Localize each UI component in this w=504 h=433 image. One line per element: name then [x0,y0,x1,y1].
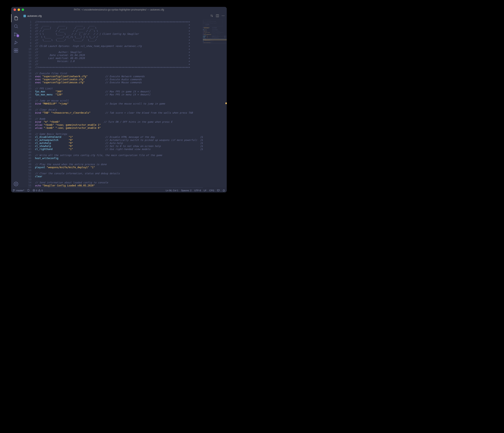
more-actions-icon[interactable] [221,14,225,18]
notifications-icon[interactable] [223,189,225,192]
minimap[interactable]: //++++++++++++++++++++++++++++++++++++++… [203,20,227,188]
svg-rect-8 [16,49,18,50]
svg-point-12 [222,15,223,16]
file-icon [23,15,26,18]
editor-body: 1234567891011121314151617181920212223242… [21,20,227,188]
eol-status[interactable]: LF [204,189,206,192]
error-icon [33,189,35,192]
activity-bar: 3 [11,13,21,188]
status-bar: master* 0 0 Ln 56, Col 1 Spaces: 2 UTF-8… [11,188,227,193]
minimap-slider[interactable] [203,39,227,39]
source-control-icon[interactable]: 3 [11,30,21,38]
svg-point-1 [14,33,15,34]
sync-icon [27,189,30,192]
sync-status[interactable] [27,189,30,192]
code-editor[interactable]: //++++++++++++++++++++++++++++++++++++++… [35,20,203,188]
feedback-icon[interactable] [217,189,220,192]
titlebar: PATH: ~/.vscode/extensions/cs-go-syntax-… [11,7,227,13]
warning-icon [38,189,41,192]
compare-changes-icon[interactable] [210,14,213,18]
editor-group: autoexec.cfg 123456789101112131415161718… [21,13,227,188]
line-number-gutter: 1234567891011121314151617181920212223242… [21,20,35,188]
svg-point-16 [13,191,14,191]
tab-actions [210,13,227,20]
svg-point-13 [223,15,224,16]
minimap-cursor-line [203,40,227,40]
svg-rect-10 [23,15,26,17]
scrollbar-marker [225,103,227,104]
svg-rect-6 [14,51,16,52]
close-window-icon[interactable] [14,9,16,11]
language-mode-status[interactable]: CFG [209,189,214,192]
vscode-window: PATH: ~/.vscode/extensions/cs-go-syntax-… [11,7,227,193]
problems-status[interactable]: 0 0 [33,189,43,192]
tab-autoexec[interactable]: autoexec.cfg [21,13,44,20]
svg-point-15 [13,189,14,190]
git-branch-icon [13,189,15,192]
extensions-icon[interactable] [11,46,21,54]
svg-point-2 [14,35,15,36]
minimize-window-icon[interactable] [18,9,20,11]
main-area: 3 autoexec.cfg [11,13,227,188]
git-branch-status[interactable]: master* [13,189,24,192]
svg-rect-5 [14,49,16,50]
tab-label: autoexec.cfg [27,15,42,18]
svg-point-14 [224,15,225,16]
traffic-lights [11,9,24,11]
maximize-window-icon[interactable] [22,9,24,11]
scm-badge: 3 [16,34,19,37]
debug-icon[interactable] [11,38,21,46]
svg-point-9 [15,183,17,185]
encoding-status[interactable]: UTF-8 [194,189,201,192]
svg-point-4 [14,44,15,44]
svg-point-0 [14,25,17,27]
window-title: PATH: ~/.vscode/extensions/cs-go-syntax-… [11,8,227,11]
indentation-status[interactable]: Spaces: 2 [181,189,191,192]
explorer-icon[interactable] [11,14,21,22]
tab-bar: autoexec.cfg [21,13,227,20]
split-editor-icon[interactable] [216,14,219,18]
cursor-position-status[interactable]: Ln 56, Col 1 [166,189,178,192]
search-icon[interactable] [11,22,21,30]
svg-rect-7 [16,51,18,52]
settings-gear-icon[interactable] [11,180,21,188]
